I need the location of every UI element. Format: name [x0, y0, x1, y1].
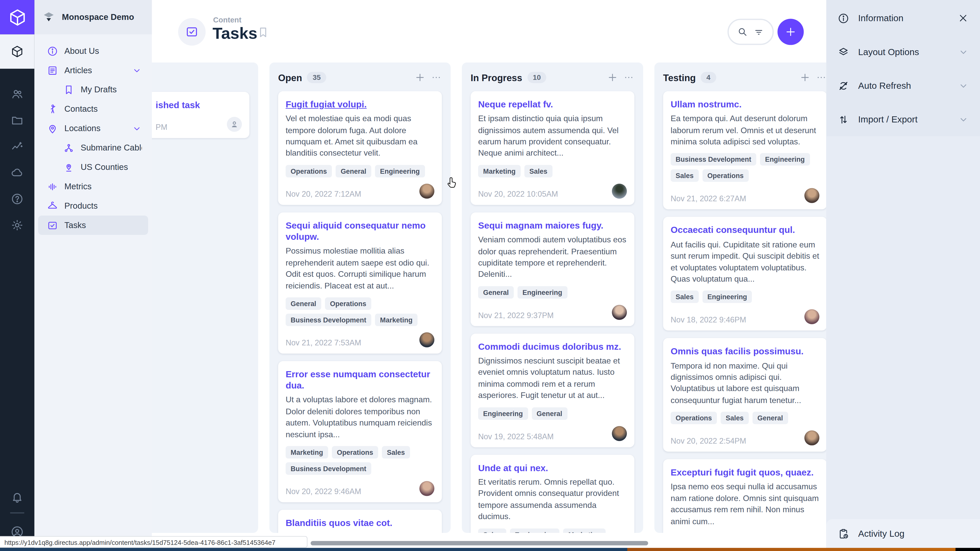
task-card-title[interactable]: Omnis quas facilis possimusu.	[671, 346, 819, 357]
task-card-title[interactable]: Occaecati consequuntur qul.	[671, 224, 819, 236]
sidebar-section-layout-options[interactable]: Layout Options	[826, 35, 980, 68]
plus-icon[interactable]	[607, 72, 618, 83]
task-card[interactable]: Fugit fugiat volupi.Vel et molestiae qui…	[278, 91, 442, 205]
task-card[interactable]: Ullam nostrumc.Ea tempora qui. Aut deser…	[663, 91, 826, 210]
add-item-button[interactable]	[778, 19, 804, 45]
task-card[interactable]: Sequi aliquid consequatur nemo volupw.Po…	[278, 213, 442, 354]
folder-icon	[11, 113, 24, 126]
task-card-title[interactable]: Fugit fugiat volupi.	[286, 99, 434, 110]
task-card-description: Aut facilis qui. Cupiditate sit ratione …	[671, 239, 819, 285]
module-item-cube[interactable]	[0, 35, 35, 69]
chevron-down-icon[interactable]	[958, 46, 969, 57]
sidebar-section-label: Information	[858, 13, 904, 23]
directus-logo[interactable]	[0, 0, 35, 35]
task-card-title[interactable]: Neque repellat fv.	[478, 99, 627, 110]
task-card-tags: MarketingOperationsSalesBusiness Develop…	[286, 446, 434, 475]
chevron-down-icon[interactable]	[132, 124, 142, 133]
task-card[interactable]: Unde at qui nex.Et veritatis rerum. Omni…	[471, 454, 635, 533]
task-card-title[interactable]: Sequi aliquid consequatur nemo volupw.	[286, 220, 434, 243]
horizontal-scrollbar-thumb[interactable]	[310, 541, 648, 545]
sidebar-item-tasks[interactable]: Tasks	[38, 216, 148, 235]
module-item-cloud[interactable]	[0, 159, 35, 186]
task-card-tags: Business DevelopmentEngineeringSalesOper…	[671, 153, 819, 182]
sidebar-lower-panel	[826, 136, 980, 551]
avatar	[612, 426, 627, 441]
sidebar-item-label: Metrics	[64, 182, 92, 191]
cloud-icon	[11, 166, 24, 179]
task-card-title[interactable]: Error esse numquam consectetur dua.	[286, 368, 434, 391]
task-card-description: Dignissimos nesciunt suscipit beatae et …	[478, 355, 627, 402]
task-card-title[interactable]: Unde at qui nex.	[478, 462, 627, 473]
column-header: In Progress10	[471, 70, 635, 85]
task-card[interactable]: Blanditiis quos vitae cot.Rerum enim ten…	[278, 510, 442, 533]
sidebar-item-locations[interactable]: Locations	[38, 119, 148, 138]
task-card[interactable]: Omnis quas facilis possimusu.Tempora id …	[663, 338, 826, 452]
sidebar-section-information[interactable]: Information	[826, 1, 980, 35]
sidebar-section-import-export[interactable]: Import / Export	[826, 103, 980, 136]
plus-icon[interactable]	[414, 72, 426, 83]
sidebar-item-articles[interactable]: Articles	[38, 61, 148, 80]
task-card[interactable]: Sequi magnam maiores fugy.Veniam commodi…	[471, 213, 635, 326]
task-card-title[interactable]: ished task	[152, 99, 242, 110]
module-item-people[interactable]	[0, 81, 35, 107]
task-card-date: PM	[156, 123, 167, 132]
insights-icon	[11, 140, 24, 152]
sidebar-item-my-drafts[interactable]: My Drafts	[38, 80, 148, 99]
chevron-down-icon[interactable]	[958, 80, 969, 91]
avatar	[227, 117, 242, 132]
task-card-footer: Nov 19, 2022 5:48AM	[478, 426, 627, 441]
dots-icon[interactable]	[623, 72, 635, 83]
sidebar-section-auto-refresh[interactable]: Auto Refresh	[826, 68, 980, 102]
task-card[interactable]: Commodi ducimus doloribus mz.Dignissimos…	[471, 333, 635, 447]
search-icon[interactable]	[737, 26, 748, 38]
task-card-title[interactable]: Blanditiis quos vitae cot.	[286, 517, 434, 529]
sidebar-item-about-us[interactable]: About Us	[38, 41, 148, 61]
task-card-description: Vel et molestiae quis ea modi quas tempo…	[286, 113, 434, 159]
dots-icon[interactable]	[431, 72, 442, 83]
close-icon[interactable]	[958, 13, 969, 24]
module-item-insights[interactable]	[0, 133, 35, 159]
chevron-down-icon[interactable]	[132, 65, 142, 75]
sidebar-item-label: Products	[64, 201, 97, 211]
module-item-folder[interactable]	[0, 107, 35, 133]
sidebar-item-metrics[interactable]: Metrics	[38, 177, 148, 196]
sidebar-item-us-counties[interactable]: US Counties	[38, 157, 148, 177]
task-card-title[interactable]: Ullam nostrumc.	[671, 99, 819, 110]
info-icon	[47, 45, 58, 57]
task-card-title[interactable]: Excepturi fugit fugit quos, quaez.	[671, 467, 819, 478]
module-item-bell[interactable]	[0, 484, 35, 510]
dots-icon[interactable]	[816, 72, 826, 83]
project-switcher[interactable]: Monospace Demo	[35, 0, 152, 35]
sidebar-item-products[interactable]: Products	[38, 196, 148, 216]
tag-chip: Engineering	[510, 528, 560, 533]
kanban-board: ished taskPMOpen35Fugit fugiat volupi.Ve…	[152, 62, 826, 533]
task-card[interactable]: Error esse numquam consectetur dua.Ut a …	[278, 361, 442, 503]
avatar	[419, 481, 434, 496]
activity-log-button[interactable]: Activity Log	[826, 519, 980, 548]
people-icon	[11, 87, 24, 100]
filter-icon[interactable]	[753, 26, 764, 38]
avatar	[419, 184, 434, 199]
tag-chip: Engineering	[478, 407, 528, 420]
chevron-down-icon[interactable]	[958, 114, 969, 125]
bookmark-outline-icon[interactable]	[257, 26, 269, 39]
plus-icon[interactable]	[799, 72, 811, 83]
task-card[interactable]: Occaecati consequuntur qul.Aut facilis q…	[663, 217, 826, 331]
task-card-description: Et ipsam distinctio quia quia ipsum dign…	[478, 113, 627, 159]
task-card[interactable]: ished taskPM	[152, 92, 249, 138]
plus-icon	[784, 25, 797, 38]
task-card-title[interactable]: Sequi magnam maiores fugy.	[478, 220, 627, 231]
search-filter-pill[interactable]	[728, 19, 774, 45]
task-card-tags: SalesEngineeringMarketingOperationsBusin…	[478, 528, 627, 533]
breadcrumb[interactable]: Content	[213, 16, 242, 24]
sidebar-item-submarine-cables[interactable]: Submarine Cables	[38, 138, 148, 157]
module-item-help[interactable]	[0, 186, 35, 212]
task-card[interactable]: Excepturi fugit fugit quos, quaez.Ipsa n…	[663, 459, 826, 533]
sidebar-item-contacts[interactable]: Contacts	[38, 99, 148, 119]
tag-chip: Operations	[332, 446, 378, 459]
task-card-title[interactable]: Commodi ducimus doloribus mz.	[478, 341, 627, 352]
kanban-column-testing: Testing4Ullam nostrumc.Ea tempora qui. A…	[654, 62, 826, 533]
avatar	[612, 184, 627, 199]
module-item-settings[interactable]	[0, 212, 35, 238]
task-card[interactable]: Neque repellat fv.Et ipsam distinctio qu…	[471, 91, 635, 205]
